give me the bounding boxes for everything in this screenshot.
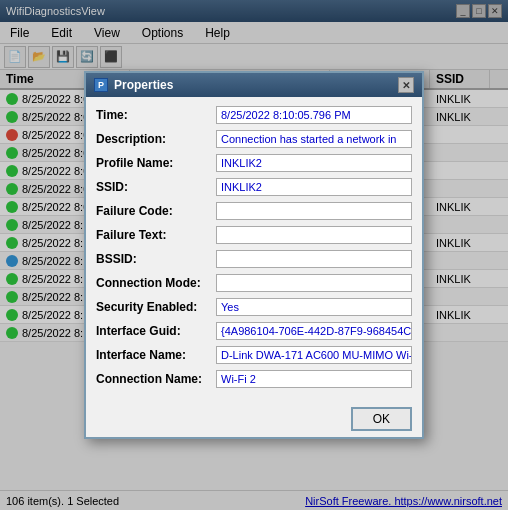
prop-value-ssid: INKLIK2 [221,181,262,193]
prop-label-interface-name: Interface Name: [96,348,216,362]
properties-dialog: P Properties ✕ Time: 8/25/2022 8:10:05.7… [84,71,424,439]
prop-row-failure-text: Failure Text: [96,225,412,245]
dialog-title: Properties [114,78,173,92]
prop-value-container-connection-mode [216,274,412,292]
prop-label-bssid: BSSID: [96,252,216,266]
prop-value-container-connection-name: Wi-Fi 2 [216,370,412,388]
prop-row-time: Time: 8/25/2022 8:10:05.796 PM [96,105,412,125]
prop-label-ssid: SSID: [96,180,216,194]
prop-row-description: Description: Connection has started a ne… [96,129,412,149]
prop-value-description: Connection has started a network in [221,133,397,145]
prop-value-container-description: Connection has started a network in [216,130,412,148]
prop-value-profile-name: INKLIK2 [221,157,262,169]
prop-value-container-ssid: INKLIK2 [216,178,412,196]
modal-overlay: P Properties ✕ Time: 8/25/2022 8:10:05.7… [0,0,508,510]
prop-value-container-interface-guid: {4A986104-706E-442D-87F9-968454C6 [216,322,412,340]
prop-value-container-failure-code [216,202,412,220]
prop-row-bssid: BSSID: [96,249,412,269]
prop-row-security-enabled: Security Enabled: Yes [96,297,412,317]
prop-label-failure-code: Failure Code: [96,204,216,218]
prop-value-container-security-enabled: Yes [216,298,412,316]
prop-label-description: Description: [96,132,216,146]
prop-value-time: 8/25/2022 8:10:05.796 PM [221,109,351,121]
prop-label-security-enabled: Security Enabled: [96,300,216,314]
prop-value-container-bssid [216,250,412,268]
prop-value-interface-name: D-Link DWA-171 AC600 MU-MIMO Wi-Fi [221,349,412,361]
prop-row-interface-name: Interface Name: D-Link DWA-171 AC600 MU-… [96,345,412,365]
dialog-close-button[interactable]: ✕ [398,77,414,93]
prop-value-container-profile-name: INKLIK2 [216,154,412,172]
dialog-title-bar: P Properties ✕ [86,73,422,97]
dialog-title-left: P Properties [94,78,173,92]
prop-row-connection-name: Connection Name: Wi-Fi 2 [96,369,412,389]
prop-label-time: Time: [96,108,216,122]
dialog-icon: P [94,78,108,92]
prop-value-security-enabled: Yes [221,301,239,313]
prop-value-container-failure-text [216,226,412,244]
prop-label-profile-name: Profile Name: [96,156,216,170]
prop-value-container-time: 8/25/2022 8:10:05.796 PM [216,106,412,124]
dialog-footer: OK [86,401,422,437]
prop-value-container-interface-name: D-Link DWA-171 AC600 MU-MIMO Wi-Fi [216,346,412,364]
prop-row-ssid: SSID: INKLIK2 [96,177,412,197]
prop-row-failure-code: Failure Code: [96,201,412,221]
dialog-body: Time: 8/25/2022 8:10:05.796 PM Descripti… [86,97,422,401]
prop-value-interface-guid: {4A986104-706E-442D-87F9-968454C6 [221,325,412,337]
prop-row-profile-name: Profile Name: INKLIK2 [96,153,412,173]
prop-label-interface-guid: Interface Guid: [96,324,216,338]
prop-row-connection-mode: Connection Mode: [96,273,412,293]
prop-row-interface-guid: Interface Guid: {4A986104-706E-442D-87F9… [96,321,412,341]
prop-label-failure-text: Failure Text: [96,228,216,242]
ok-button[interactable]: OK [351,407,412,431]
prop-value-connection-name: Wi-Fi 2 [221,373,256,385]
prop-label-connection-mode: Connection Mode: [96,276,216,290]
prop-label-connection-name: Connection Name: [96,372,216,386]
